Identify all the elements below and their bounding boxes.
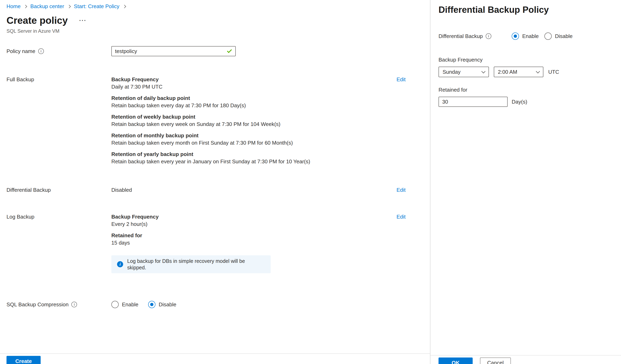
policy-name-label-group: Policy name i	[6, 48, 111, 54]
item-title: Retained for	[111, 232, 397, 239]
panel-diff-info-icon[interactable]: i	[486, 33, 491, 39]
frequency-day-select[interactable]: Sunday	[439, 67, 489, 77]
sql-backup-compression-section: SQL Backup Compression i Enable Disable	[6, 301, 406, 308]
differential-backup-label: Differential Backup	[6, 186, 111, 194]
panel-footer: OK Cancel	[439, 358, 511, 364]
policy-name-label: Policy name	[6, 48, 35, 54]
breadcrumb-chevron-icon	[122, 5, 126, 8]
full-backup-label-text: Full Backup	[6, 76, 34, 83]
info-banner-text: Log backup for DBs in simple recovery mo…	[127, 258, 265, 271]
full-backup-edit-link[interactable]: Edit	[397, 76, 406, 83]
breadcrumb-chevron-icon	[24, 5, 27, 8]
cancel-button[interactable]: Cancel	[480, 358, 511, 364]
radio-label: Disable	[159, 301, 176, 308]
panel-differential-backup-row: Differential Backup i Enable Disable	[439, 33, 611, 40]
yearly-retention-item: Retention of yearly backup point Retain …	[111, 150, 397, 165]
retained-for-input[interactable]	[439, 97, 508, 107]
ok-button[interactable]: OK	[439, 358, 473, 364]
differential-backup-section: Differential Backup Disabled Edit	[6, 186, 406, 194]
full-backup-content: Backup Frequency Daily at 7:30 PM UTC Re…	[111, 76, 397, 169]
item-title: Retention of yearly backup point	[111, 150, 397, 158]
full-backup-frequency-item: Backup Frequency Daily at 7:30 PM UTC	[111, 76, 397, 90]
frequency-time-select[interactable]: 2:00 AM	[494, 67, 543, 77]
radio-selected-icon	[512, 33, 519, 40]
chevron-down-icon	[481, 69, 485, 73]
backup-frequency-controls: Sunday 2:00 AM UTC	[439, 67, 611, 77]
policy-name-input-wrapper	[111, 46, 236, 56]
retained-for-label: Retained for	[439, 86, 611, 93]
more-options-icon[interactable]: ···	[79, 18, 86, 23]
sql-compression-info-icon[interactable]: i	[71, 302, 77, 307]
log-backup-label-text: Log Backup	[6, 213, 34, 220]
frequency-day-value: Sunday	[443, 69, 461, 75]
item-text: Retain backup taken every year in Januar…	[111, 158, 397, 165]
retained-unit-label: Day(s)	[512, 99, 527, 105]
item-text: Every 2 hour(s)	[111, 220, 397, 228]
policy-name-info-icon[interactable]: i	[38, 48, 44, 54]
policy-name-row: Policy name i	[6, 46, 406, 56]
radio-label: Disable	[555, 33, 573, 39]
radio-label: Enable	[522, 33, 539, 39]
sql-compression-enable-radio[interactable]: Enable	[111, 301, 138, 308]
log-backup-section: Log Backup Backup Frequency Every 2 hour…	[6, 213, 406, 273]
differential-backup-policy-panel: Differential Backup Policy Differential …	[430, 0, 621, 364]
panel-diff-label-group: Differential Backup i	[439, 33, 512, 39]
breadcrumb: Home Backup center Start: Create Policy	[6, 3, 406, 10]
log-backup-frequency-item: Backup Frequency Every 2 hour(s)	[111, 213, 397, 228]
info-icon: i	[117, 261, 123, 267]
page-subtitle: SQL Server in Azure VM	[6, 28, 406, 34]
sql-compression-radio-group: Enable Disable	[111, 301, 406, 308]
monthly-retention-item: Retention of monthly backup point Retain…	[111, 132, 397, 147]
item-title: Retention of daily backup point	[111, 95, 397, 102]
panel-diff-disable-radio[interactable]: Disable	[544, 33, 573, 40]
daily-retention-item: Retention of daily backup point Retain b…	[111, 95, 397, 109]
item-text: 15 days	[111, 239, 397, 246]
backup-frequency-label: Backup Frequency	[439, 56, 611, 63]
create-policy-main: Home Backup center Start: Create Policy …	[0, 0, 430, 364]
sql-compression-disable-radio[interactable]: Disable	[148, 301, 176, 308]
radio-unselected-icon	[111, 301, 119, 308]
frequency-time-value: 2:00 AM	[498, 69, 517, 75]
breadcrumb-link-home[interactable]: Home	[6, 3, 20, 10]
page-title: Create policy	[6, 15, 68, 27]
item-text: Retain backup taken every day at 7:30 PM…	[111, 102, 397, 109]
panel-diff-enable-radio[interactable]: Enable	[512, 33, 539, 40]
item-text: Retain backup taken every month on First…	[111, 139, 397, 147]
item-title: Backup Frequency	[111, 213, 397, 220]
policy-name-input[interactable]	[111, 46, 236, 56]
panel-footer-divider	[431, 355, 621, 355]
footer-divider	[0, 353, 430, 354]
differential-backup-label-text: Differential Backup	[6, 186, 51, 194]
item-title: Retention of monthly backup point	[111, 132, 397, 139]
azure-create-policy-screen: Home Backup center Start: Create Policy …	[0, 0, 621, 364]
log-backup-info-banner: i Log backup for DBs in simple recovery …	[111, 255, 271, 273]
differential-backup-status: Disabled	[111, 186, 397, 194]
item-title: Backup Frequency	[111, 76, 397, 83]
sql-compression-label-group: SQL Backup Compression i	[6, 301, 111, 308]
breadcrumb-link-backup-center[interactable]: Backup center	[30, 3, 64, 10]
item-text: Retain backup taken every week on Sunday…	[111, 120, 397, 128]
weekly-retention-item: Retention of weekly backup point Retain …	[111, 113, 397, 128]
breadcrumb-link-start-create-policy[interactable]: Start: Create Policy	[74, 3, 120, 10]
radio-unselected-icon	[544, 33, 552, 40]
timezone-label: UTC	[548, 69, 559, 75]
sql-compression-label: SQL Backup Compression	[6, 301, 69, 308]
panel-diff-radio-group: Enable Disable	[512, 33, 573, 40]
item-text: Daily at 7:30 PM UTC	[111, 83, 397, 90]
log-backup-label: Log Backup	[6, 213, 111, 220]
full-backup-section: Full Backup Backup Frequency Daily at 7:…	[6, 76, 406, 169]
chevron-down-icon	[536, 69, 540, 73]
log-backup-edit-link[interactable]: Edit	[397, 213, 406, 220]
radio-label: Enable	[122, 301, 138, 308]
page-title-row: Create policy ···	[6, 15, 406, 27]
full-backup-label: Full Backup	[6, 76, 111, 83]
radio-selected-icon	[148, 301, 155, 308]
retained-for-row: Day(s)	[439, 97, 611, 107]
panel-title: Differential Backup Policy	[439, 4, 611, 16]
log-backup-content: Backup Frequency Every 2 hour(s) Retaine…	[111, 213, 397, 273]
breadcrumb-chevron-icon	[67, 5, 71, 8]
differential-backup-edit-link[interactable]: Edit	[397, 186, 406, 194]
log-backup-retained-item: Retained for 15 days	[111, 232, 397, 246]
item-title: Retention of weekly backup point	[111, 113, 397, 120]
create-button[interactable]: Create	[6, 356, 41, 364]
